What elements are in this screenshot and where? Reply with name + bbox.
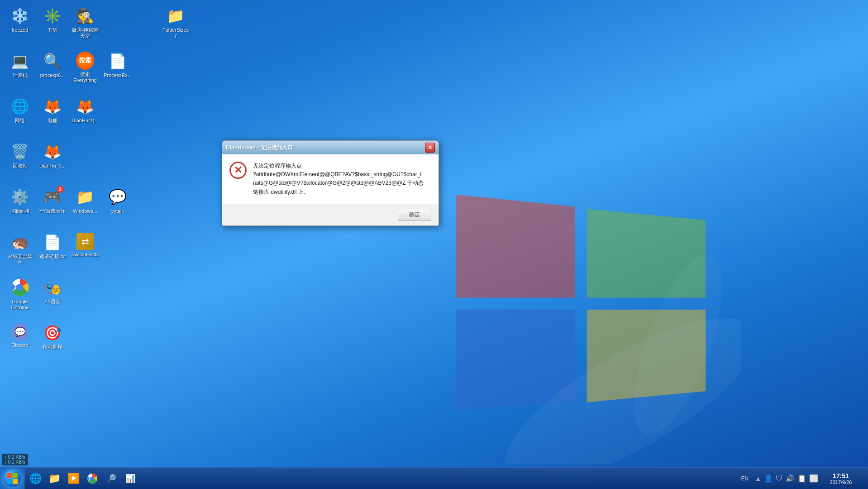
icon-tim[interactable]: ✳️ TIM	[36, 4, 69, 36]
svg-point-4	[17, 284, 23, 291]
tray-icon-1[interactable]: 👤	[764, 474, 773, 483]
tray-icon-5[interactable]: ⬜	[809, 474, 818, 483]
taskbar-ie[interactable]: 🌐	[26, 470, 44, 488]
icon-processex[interactable]: 📄 ProcessEx...	[101, 49, 134, 81]
icon-controlpanel[interactable]: ⚙️ 控制面板	[4, 185, 36, 217]
taskbar-app6[interactable]: 📊	[121, 470, 139, 488]
icon-yygame[interactable]: 🎮 2 YY游戏大厅	[36, 185, 69, 217]
dialog-ok-button[interactable]: 确定	[398, 209, 431, 221]
icon-discord[interactable]: 💬 Discord	[4, 321, 36, 351]
tray-icon-2[interactable]: 🛡	[776, 475, 783, 483]
lang-indicator[interactable]: EN	[739, 475, 750, 482]
icon-yytalk[interactable]: 💬 yytalk	[101, 185, 134, 217]
error-icon: ✕	[229, 162, 247, 179]
taskbar-media[interactable]: ▶️	[64, 470, 82, 488]
icon-dianhu1[interactable]: 🦊 DianHu(1)...	[69, 94, 101, 126]
dialog-title: DianHu.exe - 无法找到入口	[226, 144, 293, 152]
icon-windows[interactable]: 📁 Windows...	[69, 185, 101, 217]
tray-up-arrow[interactable]: ▲	[755, 475, 761, 482]
system-tray: ▲ 👤 🛡 🔊 📋 ⬜	[752, 474, 821, 483]
icon-huocheng[interactable]: 🦔 火绒安全软件	[4, 230, 36, 268]
svg-point-7	[91, 477, 94, 480]
icon-dianhu0[interactable]: 🦊 DianHu_0...	[36, 139, 69, 172]
icon-foldersizes[interactable]: 📁 FolderSizes7	[159, 4, 192, 42]
tray-icon-3[interactable]: 🔊	[786, 474, 795, 483]
tray-icon-4[interactable]: 📋	[797, 474, 806, 483]
icon-jingcai[interactable]: 🎯 精彩世界	[36, 321, 69, 353]
icon-switchhosts[interactable]: ⇄ SwitchHosts	[69, 230, 101, 260]
taskbar: 🌐 📁 ▶️ 🔎 📊 EN ▲	[0, 467, 868, 489]
taskbar-search[interactable]: 🔎	[102, 470, 120, 488]
icon-computer[interactable]: 💻 计算机	[4, 49, 36, 81]
dialog-body: ✕ 无法定位程序输入点 ?attribute@DWXmlElement@@QBE…	[222, 154, 439, 204]
desktop-icons-container: ❄️ freezed ✳️ TIM 🕵️ 微房-神秘聊天室 📁 FolderSi…	[0, 0, 163, 467]
yygame-badge: 2	[57, 186, 64, 193]
dialog-footer: 确定	[222, 204, 439, 225]
error-dialog: DianHu.exe - 无法找到入口 ✕ ✕ 无法定位程序输入点 ?attri…	[222, 140, 439, 226]
dialog-close-button[interactable]: ✕	[425, 143, 435, 153]
dialog-window-controls: ✕	[425, 143, 435, 153]
dialog-message: 无法定位程序输入点 ?attribute@DWXmlElement@@QBE?A…	[253, 162, 424, 197]
taskbar-chrome[interactable]	[83, 470, 101, 488]
icon-recycle[interactable]: 🗑️ 回收站	[4, 139, 36, 172]
icon-network[interactable]: 🌐 网络	[4, 94, 36, 126]
icon-firefox[interactable]: 🦊 电狐	[36, 94, 69, 126]
icon-weifang[interactable]: 🕵️ 微房-神秘聊天室	[69, 4, 101, 42]
start-orb	[4, 470, 21, 487]
icon-freezed[interactable]: ❄️ freezed	[4, 4, 36, 36]
icon-yyvoice[interactable]: 🎭 YY语音	[36, 275, 69, 307]
taskbar-items: 🌐 📁 ▶️ 🔎 📊	[24, 468, 735, 489]
start-button[interactable]	[0, 468, 24, 489]
network-speed-widget: ↑ 0.1 KB/s ↓ 0.1 KB/s	[2, 454, 28, 465]
icon-procexp[interactable]: 🔍 procexp6...	[36, 49, 69, 81]
taskbar-right: EN ▲ 👤 🛡 🔊 📋 ⬜ 17:51 2017/9/26	[735, 468, 868, 489]
system-clock[interactable]: 17:51 2017/9/26	[823, 472, 859, 485]
desktop: ❄️ freezed ✳️ TIM 🕵️ 微房-神秘聊天室 📁 FolderSi…	[0, 0, 868, 489]
dialog-titlebar: DianHu.exe - 无法找到入口 ✕	[222, 141, 439, 154]
show-desktop-button[interactable]	[861, 468, 864, 489]
icon-shortcut[interactable]: 📄 邀请链接.txt	[36, 230, 69, 262]
icon-everything[interactable]: 搜索 搜索Everything	[69, 49, 101, 86]
icon-chrome[interactable]: Google Chrome	[4, 275, 36, 313]
taskbar-explorer[interactable]: 📁	[45, 470, 63, 488]
windows-logo-background	[424, 147, 741, 464]
